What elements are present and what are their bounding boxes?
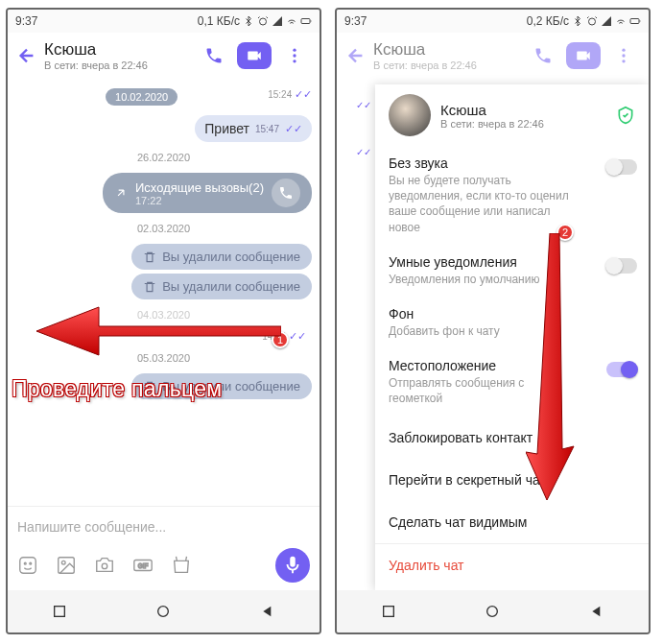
network-speed: 0,1 КБ/с: [198, 14, 240, 28]
shop-icon[interactable]: [171, 555, 192, 576]
svg-point-14: [158, 607, 169, 617]
date-chip: 10.02.2020: [106, 88, 178, 106]
delete-chat[interactable]: Удалить чат: [375, 543, 649, 586]
message-out[interactable]: Привет15:47✓✓: [15, 115, 312, 142]
nav-home-icon[interactable]: [155, 604, 171, 619]
back-button[interactable]: [15, 44, 38, 67]
trash-icon: [143, 280, 156, 294]
swipe-instruction-text: Проведите пальцем: [12, 376, 222, 402]
svg-point-17: [622, 49, 625, 52]
mic-button[interactable]: [275, 548, 310, 583]
video-call-button[interactable]: [566, 42, 601, 69]
contact-name: Ксюша: [44, 40, 191, 60]
wifi-icon: [615, 15, 627, 27]
clock: 9:37: [344, 14, 367, 28]
call-log[interactable]: Исходящие вызовы(2) 17:22: [15, 173, 312, 213]
bluetooth-icon: [572, 15, 583, 27]
signal-icon: [272, 15, 283, 27]
gallery-icon[interactable]: [56, 555, 77, 576]
back-button[interactable]: [344, 44, 367, 67]
background-chat-peek: ✓✓ ✓✓: [337, 86, 373, 171]
deleted-message: Вы удалили сообщение: [15, 274, 312, 299]
call-button[interactable]: [526, 38, 560, 73]
clock: 9:37: [15, 14, 37, 28]
chat-header: Ксюша В сети: вчера в 22:46: [8, 33, 320, 79]
profile-name: Ксюша: [440, 102, 544, 118]
contact-status: В сети: вчера в 22:46: [44, 60, 191, 71]
svg-rect-1: [301, 19, 310, 24]
menu-button[interactable]: [277, 38, 312, 73]
camera-icon[interactable]: [94, 555, 115, 576]
chat-title-block[interactable]: Ксюша В сети: вчера в 22:46: [44, 40, 191, 71]
attachment-toolbar: GIF: [8, 546, 320, 584]
nav-recent-icon[interactable]: [381, 604, 396, 619]
smart-toggle[interactable]: [606, 258, 637, 274]
setting-smart-notifications[interactable]: Умные уведомления Уведомления по умолчан…: [375, 245, 649, 297]
battery-icon: [629, 15, 641, 27]
contact-status: В сети: вчера в 22:46: [373, 60, 520, 71]
date-separator: 02.03.2020: [15, 223, 312, 234]
status-bar: 9:37 0,1 КБ/с: [8, 10, 320, 33]
mute-toggle[interactable]: [606, 159, 637, 175]
block-contact[interactable]: Заблокировать контакт: [375, 417, 649, 459]
svg-rect-20: [384, 607, 394, 617]
profile-header[interactable]: Ксюша В сети: вчера в 22:46: [375, 84, 649, 146]
svg-point-18: [622, 54, 625, 57]
svg-point-0: [260, 18, 267, 25]
make-visible[interactable]: Сделать чат видимым: [375, 501, 649, 543]
menu-button[interactable]: [606, 38, 641, 73]
call-label: Исходящие вызовы(2): [135, 180, 264, 195]
avatar: [389, 94, 431, 136]
outgoing-arrow-icon: [114, 186, 128, 200]
call-button[interactable]: [197, 38, 231, 73]
status-bar: 9:37 0,2 КБ/с: [337, 10, 649, 33]
setting-location[interactable]: Местоположение Отправлять сообщения с ге…: [375, 348, 649, 416]
sticker-icon[interactable]: [17, 555, 38, 576]
setting-background[interactable]: Фон Добавить фон к чату: [375, 297, 649, 348]
svg-rect-16: [630, 19, 639, 24]
svg-rect-5: [20, 558, 36, 574]
chat-title-block[interactable]: Ксюша В сети: вчера в 22:46: [373, 40, 520, 71]
svg-point-2: [293, 49, 296, 52]
svg-point-15: [589, 18, 596, 25]
read-ticks-icon: ✓✓: [289, 330, 306, 342]
svg-rect-13: [55, 607, 65, 617]
read-ticks-icon: ✓✓: [285, 123, 302, 135]
bluetooth-icon: [243, 15, 254, 27]
alarm-icon: [257, 15, 269, 27]
gif-icon[interactable]: GIF: [132, 555, 154, 576]
down-arrow-icon: [526, 233, 583, 502]
contact-name: Ксюша: [373, 40, 520, 60]
profile-status: В сети: вчера в 22:46: [440, 118, 544, 130]
read-ticks-icon: ✓✓: [295, 88, 312, 100]
signal-icon: [601, 15, 612, 27]
call-time: 17:22: [135, 195, 264, 206]
android-navbar: [337, 590, 649, 632]
nav-back-icon[interactable]: [260, 604, 275, 619]
nav-home-icon[interactable]: [485, 604, 500, 619]
chat-info-panel: Ксюша В сети: вчера в 22:46 Без звука Вы…: [375, 84, 649, 590]
svg-point-19: [622, 60, 625, 62]
trash-icon: [143, 250, 156, 264]
svg-point-3: [293, 54, 296, 57]
video-call-button[interactable]: [237, 42, 272, 69]
alarm-icon: [586, 15, 598, 27]
nav-recent-icon[interactable]: [52, 604, 67, 619]
message-input[interactable]: Напишите сообщение...: [17, 519, 310, 535]
battery-icon: [300, 15, 312, 27]
swipe-arrow-icon: [32, 298, 281, 365]
nav-back-icon[interactable]: [589, 604, 604, 619]
android-navbar: [8, 590, 320, 632]
shield-icon: [616, 106, 635, 125]
setting-mute[interactable]: Без звука Вы не будете получать уведомле…: [375, 146, 649, 245]
date-separator: 26.02.2020: [15, 152, 312, 163]
svg-point-4: [293, 60, 296, 62]
svg-point-21: [487, 607, 498, 617]
chat-header: Ксюша В сети: вчера в 22:46: [337, 33, 649, 79]
svg-point-10: [102, 563, 107, 569]
wifi-icon: [286, 15, 297, 27]
location-toggle[interactable]: [606, 362, 637, 377]
phone-right: 9:37 0,2 КБ/с Ксюша В сети: вчера в 22:4…: [335, 8, 651, 634]
secret-chat[interactable]: Перейти в секретный чат: [375, 459, 649, 501]
status-icons: 0,1 КБ/с: [198, 14, 312, 28]
